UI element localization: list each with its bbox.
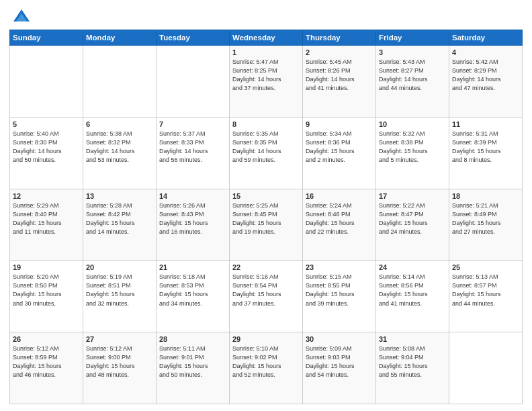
- weekday-header-thursday: Thursday: [303, 30, 376, 46]
- calendar-cell: 29Sunrise: 5:10 AM Sunset: 9:02 PM Dayli…: [230, 332, 303, 404]
- day-info: Sunrise: 5:45 AM Sunset: 8:26 PM Dayligh…: [306, 58, 373, 93]
- calendar-cell: 19Sunrise: 5:20 AM Sunset: 8:50 PM Dayli…: [10, 261, 83, 332]
- calendar-cell: [157, 46, 230, 118]
- day-number: 31: [379, 335, 446, 343]
- day-number: 26: [13, 335, 80, 343]
- calendar-cell: 24Sunrise: 5:14 AM Sunset: 8:56 PM Dayli…: [376, 261, 449, 332]
- calendar-week-3: 12Sunrise: 5:29 AM Sunset: 8:40 PM Dayli…: [10, 189, 523, 261]
- calendar-cell: 8Sunrise: 5:35 AM Sunset: 8:35 PM Daylig…: [230, 117, 303, 189]
- day-info: Sunrise: 5:47 AM Sunset: 8:25 PM Dayligh…: [232, 58, 300, 93]
- day-info: Sunrise: 5:15 AM Sunset: 8:55 PM Dayligh…: [306, 273, 373, 308]
- calendar-cell: 22Sunrise: 5:16 AM Sunset: 8:54 PM Dayli…: [230, 261, 303, 332]
- day-info: Sunrise: 5:16 AM Sunset: 8:54 PM Dayligh…: [232, 273, 300, 308]
- logo-icon: [12, 7, 31, 26]
- calendar-cell: 28Sunrise: 5:11 AM Sunset: 9:01 PM Dayli…: [157, 332, 230, 404]
- day-info: Sunrise: 5:32 AM Sunset: 8:38 PM Dayligh…: [379, 130, 446, 165]
- day-info: Sunrise: 5:20 AM Sunset: 8:50 PM Dayligh…: [13, 273, 80, 308]
- calendar-cell: [83, 46, 157, 118]
- day-info: Sunrise: 5:22 AM Sunset: 8:47 PM Dayligh…: [379, 201, 446, 236]
- calendar-cell: 10Sunrise: 5:32 AM Sunset: 8:38 PM Dayli…: [376, 117, 449, 189]
- logo: [9, 7, 31, 26]
- day-info: Sunrise: 5:40 AM Sunset: 8:30 PM Dayligh…: [13, 130, 80, 165]
- calendar-cell: 4Sunrise: 5:42 AM Sunset: 8:29 PM Daylig…: [449, 46, 523, 118]
- day-number: 20: [86, 263, 153, 271]
- calendar-cell: 9Sunrise: 5:34 AM Sunset: 8:36 PM Daylig…: [303, 117, 376, 189]
- calendar-cell: 11Sunrise: 5:31 AM Sunset: 8:39 PM Dayli…: [449, 117, 523, 189]
- calendar-cell: 18Sunrise: 5:21 AM Sunset: 8:49 PM Dayli…: [449, 189, 523, 261]
- calendar-cell: 5Sunrise: 5:40 AM Sunset: 8:30 PM Daylig…: [10, 117, 83, 189]
- day-info: Sunrise: 5:12 AM Sunset: 9:00 PM Dayligh…: [86, 345, 153, 379]
- day-number: 1: [232, 48, 300, 56]
- day-info: Sunrise: 5:14 AM Sunset: 8:56 PM Dayligh…: [379, 273, 446, 308]
- weekday-header-saturday: Saturday: [449, 30, 523, 46]
- weekday-header-friday: Friday: [376, 30, 449, 46]
- calendar-cell: 25Sunrise: 5:13 AM Sunset: 8:57 PM Dayli…: [449, 261, 523, 332]
- day-info: Sunrise: 5:08 AM Sunset: 9:04 PM Dayligh…: [379, 345, 446, 379]
- day-info: Sunrise: 5:43 AM Sunset: 8:27 PM Dayligh…: [379, 58, 446, 93]
- day-number: 10: [379, 120, 446, 128]
- calendar-cell: 31Sunrise: 5:08 AM Sunset: 9:04 PM Dayli…: [376, 332, 449, 404]
- day-number: 23: [306, 263, 373, 271]
- calendar-cell: [10, 46, 83, 118]
- page: SundayMondayTuesdayWednesdayThursdayFrid…: [0, 0, 532, 411]
- day-number: 16: [306, 192, 373, 200]
- day-info: Sunrise: 5:13 AM Sunset: 8:57 PM Dayligh…: [452, 273, 519, 308]
- day-info: Sunrise: 5:10 AM Sunset: 9:02 PM Dayligh…: [232, 345, 300, 379]
- calendar-cell: 26Sunrise: 5:12 AM Sunset: 8:59 PM Dayli…: [10, 332, 83, 404]
- day-info: Sunrise: 5:35 AM Sunset: 8:35 PM Dayligh…: [232, 130, 300, 165]
- calendar-table: SundayMondayTuesdayWednesdayThursdayFrid…: [9, 30, 523, 404]
- day-number: 30: [306, 335, 373, 343]
- day-number: 5: [13, 120, 80, 128]
- day-number: 21: [159, 263, 226, 271]
- weekday-header-monday: Monday: [83, 30, 157, 46]
- calendar-week-4: 19Sunrise: 5:20 AM Sunset: 8:50 PM Dayli…: [10, 261, 523, 332]
- day-info: Sunrise: 5:25 AM Sunset: 8:45 PM Dayligh…: [232, 201, 300, 236]
- day-number: 6: [86, 120, 153, 128]
- day-info: Sunrise: 5:12 AM Sunset: 8:59 PM Dayligh…: [13, 345, 80, 379]
- day-number: 3: [379, 48, 446, 56]
- calendar-cell: 2Sunrise: 5:45 AM Sunset: 8:26 PM Daylig…: [303, 46, 376, 118]
- day-number: 22: [232, 263, 300, 271]
- day-number: 25: [452, 263, 519, 271]
- weekday-header-tuesday: Tuesday: [157, 30, 230, 46]
- day-info: Sunrise: 5:37 AM Sunset: 8:33 PM Dayligh…: [159, 130, 226, 165]
- day-number: 14: [159, 192, 226, 200]
- day-info: Sunrise: 5:18 AM Sunset: 8:53 PM Dayligh…: [159, 273, 226, 308]
- calendar-week-1: 1Sunrise: 5:47 AM Sunset: 8:25 PM Daylig…: [10, 46, 523, 118]
- day-number: 29: [232, 335, 300, 343]
- day-info: Sunrise: 5:42 AM Sunset: 8:29 PM Dayligh…: [452, 58, 519, 93]
- day-number: 24: [379, 263, 446, 271]
- calendar-cell: 23Sunrise: 5:15 AM Sunset: 8:55 PM Dayli…: [303, 261, 376, 332]
- calendar-cell: 16Sunrise: 5:24 AM Sunset: 8:46 PM Dayli…: [303, 189, 376, 261]
- day-number: 4: [452, 48, 519, 56]
- day-info: Sunrise: 5:21 AM Sunset: 8:49 PM Dayligh…: [452, 201, 519, 236]
- day-number: 19: [13, 263, 80, 271]
- calendar-cell: 14Sunrise: 5:26 AM Sunset: 8:43 PM Dayli…: [157, 189, 230, 261]
- day-number: 28: [159, 335, 226, 343]
- calendar-cell: 17Sunrise: 5:22 AM Sunset: 8:47 PM Dayli…: [376, 189, 449, 261]
- day-info: Sunrise: 5:24 AM Sunset: 8:46 PM Dayligh…: [306, 201, 373, 236]
- calendar-cell: 21Sunrise: 5:18 AM Sunset: 8:53 PM Dayli…: [157, 261, 230, 332]
- day-info: Sunrise: 5:19 AM Sunset: 8:51 PM Dayligh…: [86, 273, 153, 308]
- calendar-week-5: 26Sunrise: 5:12 AM Sunset: 8:59 PM Dayli…: [10, 332, 523, 404]
- day-number: 27: [86, 335, 153, 343]
- day-info: Sunrise: 5:29 AM Sunset: 8:40 PM Dayligh…: [13, 201, 80, 236]
- weekday-header-row: SundayMondayTuesdayWednesdayThursdayFrid…: [10, 30, 523, 46]
- calendar-cell: 7Sunrise: 5:37 AM Sunset: 8:33 PM Daylig…: [157, 117, 230, 189]
- day-info: Sunrise: 5:28 AM Sunset: 8:42 PM Dayligh…: [86, 201, 153, 236]
- calendar-cell: 15Sunrise: 5:25 AM Sunset: 8:45 PM Dayli…: [230, 189, 303, 261]
- day-number: 17: [379, 192, 446, 200]
- calendar-cell: 1Sunrise: 5:47 AM Sunset: 8:25 PM Daylig…: [230, 46, 303, 118]
- day-number: 7: [159, 120, 226, 128]
- day-number: 8: [232, 120, 300, 128]
- day-number: 13: [86, 192, 153, 200]
- calendar-week-2: 5Sunrise: 5:40 AM Sunset: 8:30 PM Daylig…: [10, 117, 523, 189]
- day-info: Sunrise: 5:26 AM Sunset: 8:43 PM Dayligh…: [159, 201, 226, 236]
- day-number: 11: [452, 120, 519, 128]
- calendar-cell: 6Sunrise: 5:38 AM Sunset: 8:32 PM Daylig…: [83, 117, 157, 189]
- calendar-cell: [449, 332, 523, 404]
- weekday-header-wednesday: Wednesday: [230, 30, 303, 46]
- day-info: Sunrise: 5:31 AM Sunset: 8:39 PM Dayligh…: [452, 130, 519, 165]
- day-number: 18: [452, 192, 519, 200]
- day-number: 12: [13, 192, 80, 200]
